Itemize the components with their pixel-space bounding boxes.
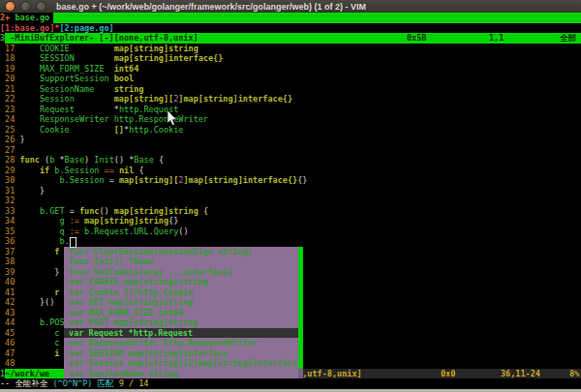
completion-item[interactable]: var Session map[string][2]map[string]int…: [64, 358, 303, 369]
completion-item[interactable]: func SetCookie(args ...interface): [64, 267, 303, 278]
completion-item[interactable]: var GET map[string]string: [64, 297, 303, 308]
statusline-scroll-percent: 8%: [569, 369, 579, 379]
code-segment: (): [99, 206, 108, 216]
popup-scrollbar[interactable]: [298, 247, 303, 379]
line-number: 29: [0, 166, 19, 175]
completion-item[interactable]: func Init() *Base: [64, 256, 303, 267]
minimize-button[interactable]: [20, 1, 31, 12]
tab-filename[interactable]: base.go: [15, 13, 49, 22]
line-number: 21: [0, 84, 19, 94]
code-segment: Base: [134, 155, 153, 165]
code-segment: {: [203, 206, 208, 216]
line-number: 28: [0, 155, 19, 165]
code-segment: Session: [40, 94, 75, 104]
code-line[interactable]: 30 b.Session = map[string][2]map[string]…: [0, 175, 581, 186]
completion-item[interactable]: var ResponseWriter http.ResponseWriter: [64, 338, 303, 348]
code-segment: [75, 53, 114, 63]
code-line[interactable]: 18 SESSION map[string]interface{}: [0, 53, 581, 64]
line-number: 39: [0, 267, 19, 277]
line-number: 32: [0, 196, 19, 205]
mode-prefix: --: [0, 378, 15, 388]
code-segment: [19, 64, 39, 74]
code-segment: [19, 236, 59, 246]
code-line[interactable]: 28 func (b *Base) Init() *Base {: [0, 155, 581, 166]
code-line[interactable]: 23 Request *http.Request: [0, 105, 581, 115]
code-segment: [19, 267, 54, 277]
buffer-tab[interactable]: [2:page.go]: [59, 23, 113, 33]
code-segment: [94, 84, 113, 94]
code-segment: map[string]interface{}: [183, 94, 292, 104]
completion-item[interactable]: func ClearSession(sessionSign string): [64, 247, 303, 257]
code-segment: [19, 166, 39, 175]
code-segment: [19, 175, 59, 185]
line-number: 22: [0, 94, 19, 104]
code-line[interactable]: 20 SupportSession bool: [0, 74, 581, 84]
maximize-button[interactable]: [36, 1, 46, 12]
code-segment: [70, 125, 114, 135]
match-count: 9 / 14: [114, 378, 149, 388]
code-segment: }: [40, 186, 45, 196]
code-line[interactable]: 25 Cookie []*http.Cookie: [0, 125, 581, 136]
code-line[interactable]: 35 q := b.Request.URL.Query(): [0, 226, 581, 237]
code-segment: [19, 348, 54, 358]
code-segment: {: [138, 166, 143, 175]
code-segment: b.Request.URL.Query: [84, 226, 178, 236]
completion-item[interactable]: var POST map[string]string: [64, 317, 303, 328]
popup-scrollbar-thumb[interactable]: [298, 247, 303, 369]
code-line[interactable]: 24 ResponseWriter http.ResponseWriter: [0, 114, 581, 125]
code-line[interactable]: 26 }: [0, 135, 581, 145]
buffer-tab[interactable]: [1:base.go]*: [0, 23, 59, 33]
window-title: base.go + (~/work/web/golanger/framework…: [56, 2, 366, 12]
code-line[interactable]: 36 b.: [0, 236, 581, 247]
completion-item-selected[interactable]: var Request *http.Request: [64, 328, 303, 339]
code-segment: MAX_FORM_SIZE: [40, 64, 105, 74]
line-number: 40: [0, 277, 19, 286]
code-segment: (): [114, 155, 124, 165]
code-segment: [19, 287, 54, 297]
mouse-pointer-icon: [167, 110, 177, 126]
code-segment: [19, 94, 39, 104]
completion-item[interactable]: var COOKIE map[string]string: [64, 277, 303, 287]
close-button[interactable]: [5, 1, 15, 12]
tab-window-count[interactable]: 2+: [0, 13, 10, 22]
code-segment: [19, 44, 39, 53]
code-segment: COOKIE: [40, 44, 70, 53]
code-line[interactable]: 32: [0, 196, 581, 206]
code-segment: int64: [114, 64, 139, 74]
code-line[interactable]: 19 MAX_FORM_SIZE int64: [0, 64, 581, 75]
code-segment: f: [54, 247, 59, 256]
code-segment: SessionName: [40, 84, 94, 94]
code-segment: map[string]string: [84, 216, 168, 226]
code-segment: Init: [94, 155, 113, 165]
code-line[interactable]: 33 b.GET = func() map[string]string {: [0, 206, 581, 217]
code-segment: }: [19, 135, 24, 144]
completion-item[interactable]: var MAX_FORM_SIZE int64: [64, 308, 303, 318]
line-number: 18: [0, 53, 19, 63]
code-line[interactable]: 27: [0, 145, 581, 156]
code-segment: {}: [297, 175, 307, 185]
code-segment: [105, 64, 114, 74]
minibuf-hex-value: 0x5B: [407, 33, 426, 44]
code-line[interactable]: 17 COOKIE map[string]string: [0, 44, 581, 54]
code-line[interactable]: 31 }: [0, 186, 581, 196]
code-segment: b.Session: [54, 166, 99, 175]
line-number: 47: [0, 348, 19, 358]
line-number: 36: [0, 236, 19, 246]
line-number: 30: [0, 175, 19, 185]
statusline-hex-value: 0x0: [441, 369, 455, 379]
code-segment: [19, 317, 39, 327]
completion-item[interactable]: var SessionName string: [64, 369, 303, 379]
completion-item[interactable]: var Cookie []*http.Cookie: [64, 287, 303, 298]
completion-item[interactable]: var SESSION map[string]interface: [64, 348, 303, 359]
line-number: 27: [0, 145, 19, 155]
code-line[interactable]: 29 if b.Session == nil {: [0, 166, 581, 176]
minibuf-scroll-indicator: 全部: [560, 33, 576, 44]
code-line[interactable]: 22 Session map[string][2]map[string]inte…: [0, 94, 581, 105]
code-line[interactable]: 21 SessionName string: [0, 84, 581, 95]
line-number: 17: [0, 44, 19, 53]
code-line[interactable]: 34 g := map[string]string{}: [0, 216, 581, 226]
line-number: 46: [0, 338, 19, 347]
code-segment: (): [178, 226, 188, 236]
titlebar: base.go + (~/work/web/golanger/framework…: [0, 0, 581, 13]
code-segment: [19, 74, 39, 83]
